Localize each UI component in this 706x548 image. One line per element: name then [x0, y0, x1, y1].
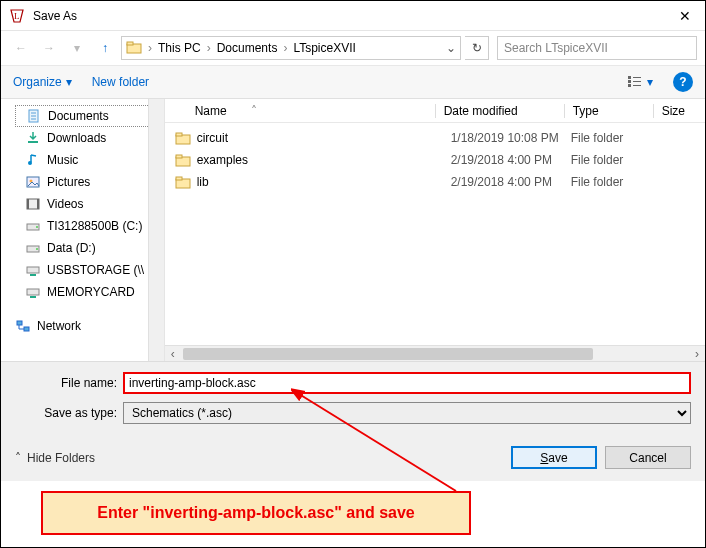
search-input[interactable]: Search LTspiceXVII	[497, 36, 697, 60]
folder-icon	[175, 130, 191, 146]
list-item[interactable]: circuit 1/18/2019 10:08 PM File folder	[165, 127, 705, 149]
up-button[interactable]: ↑	[93, 36, 117, 60]
svg-rect-25	[27, 267, 39, 273]
tree-item-drive-c[interactable]: TI31288500B (C:)	[15, 215, 164, 237]
chevron-down-icon: ▾	[647, 75, 653, 89]
scroll-left-icon[interactable]: ‹	[165, 346, 181, 362]
tree-item-network[interactable]: Network	[15, 315, 164, 337]
organize-button[interactable]: Organize ▾	[13, 75, 72, 89]
chevron-right-icon: ›	[148, 41, 152, 55]
chevron-down-icon: ▾	[66, 75, 72, 89]
scroll-thumb[interactable]	[183, 348, 593, 360]
savetype-label: Save as type:	[15, 406, 123, 420]
tree-item-music[interactable]: Music	[15, 149, 164, 171]
cancel-button[interactable]: Cancel	[605, 446, 691, 469]
column-headers: Name˄ Date modified Type Size	[165, 99, 705, 123]
filename-row: File name:	[15, 372, 691, 394]
folder-icon	[175, 174, 191, 190]
svg-text:L: L	[14, 11, 20, 21]
drive-icon	[25, 218, 41, 234]
hide-folders-button[interactable]: ˄ Hide Folders	[15, 451, 95, 465]
documents-icon	[26, 108, 42, 124]
svg-rect-26	[27, 289, 39, 295]
savetype-row: Save as type: Schematics (*.asc)	[15, 402, 691, 424]
help-button[interactable]: ?	[673, 72, 693, 92]
tree-item-drive-d[interactable]: Data (D:)	[15, 237, 164, 259]
back-button[interactable]: ←	[9, 36, 33, 60]
svg-rect-30	[176, 133, 182, 136]
svg-rect-20	[37, 199, 39, 209]
app-icon: L	[9, 8, 25, 24]
svg-rect-19	[27, 199, 29, 209]
window-title: Save As	[33, 9, 673, 23]
savetype-field[interactable]: Schematics (*.asc)	[123, 402, 691, 424]
folder-icon	[175, 152, 191, 168]
forward-button[interactable]: →	[37, 36, 61, 60]
new-folder-button[interactable]: New folder	[92, 75, 149, 89]
svg-point-22	[36, 226, 38, 228]
explorer-body: Documents Downloads Music Pictures Video…	[1, 99, 705, 361]
chevron-right-icon: ›	[283, 41, 287, 55]
button-area: ˄ Hide Folders Save Cancel	[1, 438, 705, 481]
pictures-icon	[25, 174, 41, 190]
svg-rect-34	[176, 177, 182, 180]
breadcrumb[interactable]: This PC	[158, 41, 201, 55]
col-name[interactable]: Name˄	[195, 104, 435, 118]
tree-item-memorycard[interactable]: MEMORYCARD	[15, 281, 164, 303]
svg-rect-6	[628, 84, 631, 87]
annotation-callout: Enter "inverting-amp-block.asc" and save	[41, 491, 471, 535]
drive-icon	[25, 240, 41, 256]
file-list-pane: Name˄ Date modified Type Size circuit 1/…	[165, 99, 705, 361]
address-bar[interactable]: › This PC › Documents › LTspiceXVII ⌄	[121, 36, 461, 60]
netdrive-icon	[25, 262, 41, 278]
svg-rect-28	[24, 327, 29, 331]
toolbar: Organize ▾ New folder ▾ ?	[1, 65, 705, 99]
title-bar: L Save As ✕	[1, 1, 705, 31]
save-button[interactable]: Save	[511, 446, 597, 469]
folder-tree: Documents Downloads Music Pictures Video…	[1, 99, 165, 361]
tree-spacer	[15, 303, 164, 315]
filename-field[interactable]	[123, 372, 691, 394]
svg-point-24	[36, 248, 38, 250]
svg-rect-5	[628, 80, 631, 83]
horizontal-scrollbar[interactable]: ‹ ›	[165, 345, 705, 361]
recent-button[interactable]: ▾	[65, 36, 89, 60]
tree-item-documents[interactable]: Documents	[15, 105, 164, 127]
col-date[interactable]: Date modified	[444, 104, 564, 118]
videos-icon	[25, 196, 41, 212]
refresh-button[interactable]: ↻	[465, 36, 489, 60]
scroll-right-icon[interactable]: ›	[689, 346, 705, 362]
netdrive-icon	[25, 284, 41, 300]
svg-rect-14	[28, 141, 38, 143]
svg-rect-3	[127, 42, 133, 45]
tree-scrollbar[interactable]	[148, 99, 164, 361]
list-item[interactable]: lib 2/19/2018 4:00 PM File folder	[165, 171, 705, 193]
form-area: File name: Save as type: Schematics (*.a…	[1, 361, 705, 438]
breadcrumb[interactable]: LTspiceXVII	[293, 41, 355, 55]
view-button[interactable]: ▾	[627, 75, 653, 89]
folder-icon	[126, 40, 142, 56]
close-button[interactable]: ✕	[673, 4, 697, 28]
tree-item-usbstorage[interactable]: USBSTORAGE (\\	[15, 259, 164, 281]
breadcrumb[interactable]: Documents	[217, 41, 278, 55]
svg-point-15	[28, 161, 32, 165]
col-size[interactable]: Size	[662, 104, 705, 118]
svg-rect-27	[17, 321, 22, 325]
search-placeholder: Search LTspiceXVII	[504, 41, 608, 55]
svg-rect-4	[628, 76, 631, 79]
nav-row: ← → ▾ ↑ › This PC › Documents › LTspiceX…	[1, 31, 705, 65]
network-icon	[15, 318, 31, 334]
chevron-right-icon: ›	[207, 41, 211, 55]
svg-rect-32	[176, 155, 182, 158]
chevron-up-icon: ˄	[15, 451, 21, 465]
tree-item-pictures[interactable]: Pictures	[15, 171, 164, 193]
tree-item-downloads[interactable]: Downloads	[15, 127, 164, 149]
music-icon	[25, 152, 41, 168]
sort-asc-icon: ˄	[251, 104, 257, 118]
downloads-icon	[25, 130, 41, 146]
tree-item-videos[interactable]: Videos	[15, 193, 164, 215]
filename-label: File name:	[15, 376, 123, 390]
list-item[interactable]: examples 2/19/2018 4:00 PM File folder	[165, 149, 705, 171]
address-dropdown-icon[interactable]: ⌄	[446, 41, 456, 55]
col-type[interactable]: Type	[573, 104, 653, 118]
